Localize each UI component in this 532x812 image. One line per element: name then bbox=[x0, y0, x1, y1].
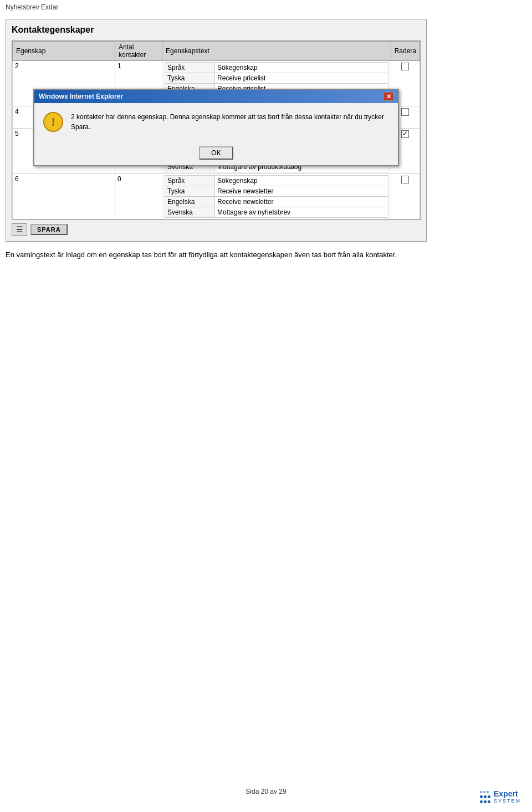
dialog-overlay: Windows Internet Explorer ✕ ! 2 kontakte… bbox=[0, 0, 532, 812]
dialog-body: ! 2 kontakter har denna egenskap. Denna … bbox=[34, 103, 398, 141]
warning-icon: ! bbox=[43, 112, 63, 132]
dialog-titlebar: Windows Internet Explorer ✕ bbox=[34, 90, 398, 103]
dialog-close-button[interactable]: ✕ bbox=[383, 92, 393, 101]
warning-symbol: ! bbox=[52, 116, 55, 129]
dialog-footer: OK bbox=[34, 141, 398, 165]
alert-dialog: Windows Internet Explorer ✕ ! 2 kontakte… bbox=[33, 89, 399, 166]
dialog-message: 2 kontakter har denna egenskap. Denna eg… bbox=[71, 112, 389, 132]
dialog-title: Windows Internet Explorer bbox=[39, 93, 123, 100]
ok-button[interactable]: OK bbox=[199, 146, 233, 160]
